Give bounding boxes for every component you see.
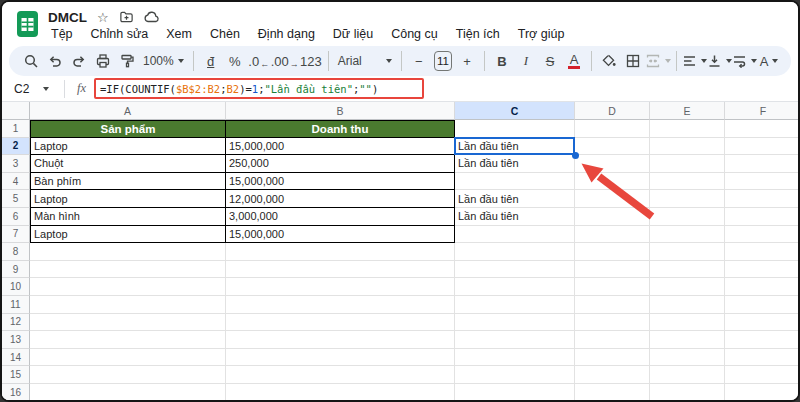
cell-A3[interactable]: Chuột [30,155,226,173]
cell-E16[interactable] [650,384,725,400]
borders-icon[interactable] [621,49,645,73]
text-wrap-button[interactable] [732,49,757,73]
increase-decimal-button[interactable]: .00→ [271,49,299,73]
cell-C7[interactable] [455,226,575,244]
cell-F14[interactable] [725,349,798,367]
font-size-input[interactable]: 11 [434,51,452,71]
cell-B1[interactable]: Doanh thu [226,120,455,138]
cell-C6[interactable]: Lần đầu tiên [455,208,575,226]
print-icon[interactable] [91,49,115,73]
horizontal-align-button[interactable] [682,49,707,73]
document-title[interactable]: DMCL [48,10,87,25]
cell-C13[interactable] [455,331,575,349]
cell-C15[interactable] [455,366,575,384]
decrease-decimal-button[interactable]: .0← [247,49,271,73]
row-header-10[interactable]: 10 [2,278,30,296]
cell-A1[interactable]: Sản phẩm [30,120,226,138]
cell-C8[interactable] [455,243,575,261]
select-all-corner[interactable] [2,102,30,120]
cell-A11[interactable] [30,296,226,314]
cell-B15[interactable] [226,366,455,384]
cell-A10[interactable] [30,278,226,296]
row-header-8[interactable]: 8 [2,243,30,261]
row-header-16[interactable]: 16 [2,384,30,400]
cell-A12[interactable] [30,314,226,332]
name-box[interactable]: C2 [2,82,64,96]
cell-A13[interactable] [30,331,226,349]
row-header-7[interactable]: 7 [2,226,30,244]
font-select[interactable]: Arial [334,49,396,73]
cell-D12[interactable] [575,314,650,332]
cell-B8[interactable] [226,243,455,261]
cell-D3[interactable] [575,155,650,173]
cell-B9[interactable] [226,261,455,279]
sheets-logo-icon[interactable] [16,10,40,38]
cell-C9[interactable] [455,261,575,279]
cell-C14[interactable] [455,349,575,367]
row-header-15[interactable]: 15 [2,366,30,384]
cell-A6[interactable]: Màn hình [30,208,226,226]
cell-A15[interactable] [30,366,226,384]
percent-format-button[interactable]: % [223,49,247,73]
cell-D8[interactable] [575,243,650,261]
vertical-align-button[interactable] [707,49,732,73]
cell-D11[interactable] [575,296,650,314]
cell-B16[interactable] [226,384,455,400]
cell-A9[interactable] [30,261,226,279]
cell-C10[interactable] [455,278,575,296]
row-header-9[interactable]: 9 [2,261,30,279]
row-header-13[interactable]: 13 [2,331,30,349]
cell-F3[interactable] [725,155,798,173]
cell-C4[interactable] [455,173,575,191]
cell-D9[interactable] [575,261,650,279]
strikethrough-button[interactable]: S [538,49,562,73]
cell-F2[interactable] [725,138,798,156]
cell-A16[interactable] [30,384,226,400]
cell-B6[interactable]: 3,000,000 [226,208,455,226]
cell-D1[interactable] [575,120,650,138]
menu-item[interactable]: Chỉnh sửa [82,26,158,44]
cell-D14[interactable] [575,349,650,367]
column-header-F[interactable]: F [725,102,798,120]
cell-E9[interactable] [650,261,725,279]
cell-E13[interactable] [650,331,725,349]
cell-D13[interactable] [575,331,650,349]
cell-B4[interactable]: 15,000,000 [226,173,455,191]
formula-input[interactable]: =IF(COUNTIF($B$2:B2;B2)=1;"Lần đầu tiên"… [94,78,424,99]
text-color-button[interactable]: A [562,49,586,73]
cell-F11[interactable] [725,296,798,314]
cell-D15[interactable] [575,366,650,384]
cloud-status-icon[interactable] [144,11,160,23]
cell-F13[interactable] [725,331,798,349]
cell-B5[interactable]: 12,000,000 [226,190,455,208]
cell-F5[interactable] [725,190,798,208]
cell-A14[interactable] [30,349,226,367]
cell-B2[interactable]: 15,000,000 [226,138,455,156]
star-icon[interactable]: ☆ [97,10,109,25]
cell-F9[interactable] [725,261,798,279]
cell-F7[interactable] [725,226,798,244]
cell-C11[interactable] [455,296,575,314]
cell-D2[interactable] [575,138,650,156]
cell-F6[interactable] [725,208,798,226]
cell-F16[interactable] [725,384,798,400]
cell-E6[interactable] [650,208,725,226]
cell-D4[interactable] [575,173,650,191]
column-header-D[interactable]: D [575,102,650,120]
redo-icon[interactable] [67,49,91,73]
row-header-6[interactable]: 6 [2,208,30,226]
cell-F8[interactable] [725,243,798,261]
row-header-1[interactable]: 1 [2,120,30,138]
row-header-11[interactable]: 11 [2,296,30,314]
menu-item[interactable]: Trợ giúp [509,26,574,44]
cell-E12[interactable] [650,314,725,332]
cell-E15[interactable] [650,366,725,384]
row-header-14[interactable]: 14 [2,349,30,367]
menu-item[interactable]: Tệp [42,26,82,44]
cell-D5[interactable] [575,190,650,208]
column-header-E[interactable]: E [650,102,725,120]
row-header-12[interactable]: 12 [2,314,30,332]
cell-A4[interactable]: Bàn phím [30,173,226,191]
cell-C2[interactable]: Lần đầu tiên [455,138,575,156]
zoom-control[interactable]: 100% [139,49,188,73]
